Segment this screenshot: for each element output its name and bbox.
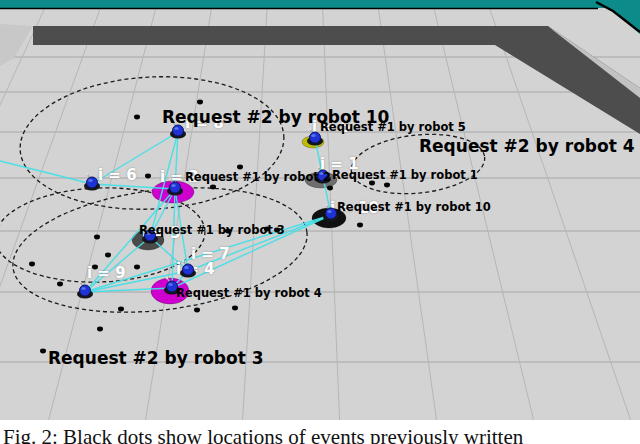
ceiling-bar — [0, 0, 640, 8]
event-dot — [118, 307, 124, 312]
event-dot — [57, 282, 63, 287]
event-dot — [237, 165, 243, 170]
robot — [74, 280, 96, 302]
request-label: Request #1 by robot 4 — [176, 287, 322, 300]
sim-view: i = 8i = 6i = 2i = 5i = 1i = 10i = 3i = … — [0, 0, 640, 444]
event-dot — [197, 100, 203, 105]
event-dot — [145, 174, 151, 179]
figure-caption: Fig. 2: Black dots show locations of eve… — [3, 425, 640, 444]
robot-glyph — [74, 280, 96, 302]
event-dot — [134, 265, 140, 270]
request-label: Request #1 by robot 10 — [337, 201, 491, 214]
event-dot — [357, 223, 363, 228]
robot — [164, 177, 186, 199]
event-dot — [384, 183, 390, 188]
event-dot — [134, 115, 140, 120]
request-label: Request #1 by robot 5 — [320, 121, 466, 134]
request-label: Request #2 by robot 3 — [48, 349, 264, 368]
event-dot — [94, 235, 100, 240]
robot-id-label: i = 6 — [98, 168, 137, 183]
request-label: Request #2 by robot 4 — [419, 137, 635, 156]
paper-figure: i = 8i = 6i = 2i = 5i = 1i = 10i = 3i = … — [0, 0, 640, 444]
event-dot — [210, 185, 216, 190]
event-dot — [40, 349, 46, 354]
robot-glyph — [164, 177, 186, 199]
event-dot — [29, 262, 35, 267]
robot — [81, 172, 103, 194]
robot-id-label: i = 9 — [87, 266, 126, 281]
event-dot — [232, 306, 238, 311]
request-label: Request #1 by robot 2 — [185, 171, 331, 184]
event-dot — [97, 327, 103, 332]
request-label: Request #1 by robot 3 — [139, 224, 285, 237]
event-dot — [194, 308, 200, 313]
robot-glyph — [81, 172, 103, 194]
event-dot — [105, 253, 111, 258]
request-label: Request #1 by robot 1 — [332, 169, 478, 182]
